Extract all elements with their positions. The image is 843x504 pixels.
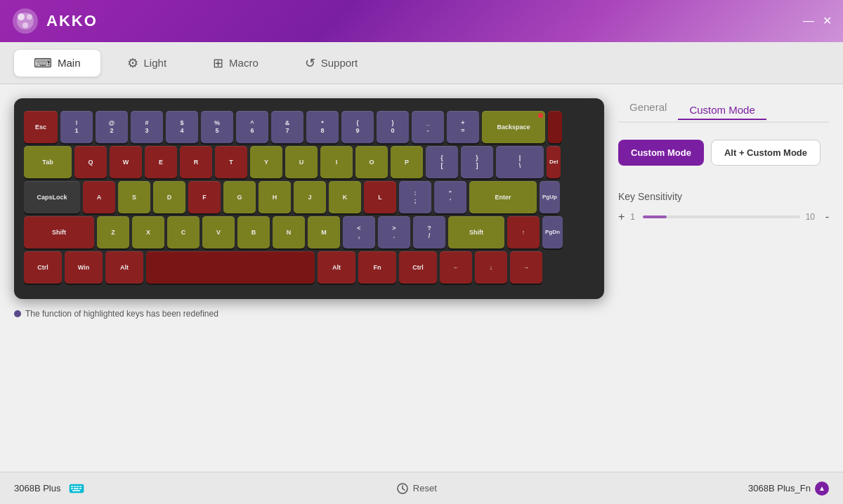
key-0[interactable]: )0 xyxy=(377,111,409,143)
tab-support[interactable]: ↺ Support xyxy=(285,50,378,77)
key-q[interactable]: Q xyxy=(74,146,107,178)
footer-center[interactable]: Reset xyxy=(396,482,437,495)
svg-rect-6 xyxy=(71,486,73,487)
key-lwin[interactable]: Win xyxy=(65,251,103,284)
key-p[interactable]: P xyxy=(391,146,423,178)
key-b[interactable]: B xyxy=(237,216,270,248)
key-slash[interactable]: ?/ xyxy=(413,216,445,248)
key-quote[interactable]: "' xyxy=(434,181,466,213)
key-backspace[interactable]: Backspace xyxy=(482,111,545,143)
key-lbracket[interactable]: {[ xyxy=(426,146,458,178)
key-fn[interactable]: Fn xyxy=(358,251,396,284)
minimize-button[interactable]: — xyxy=(803,15,814,27)
sensitivity-min-val: 1 xyxy=(630,212,637,222)
key-v[interactable]: V xyxy=(202,216,235,248)
key-right[interactable]: → xyxy=(510,251,542,284)
key-h[interactable]: H xyxy=(259,181,291,213)
sensitivity-minus[interactable]: - xyxy=(825,211,829,223)
key-n[interactable]: N xyxy=(273,216,305,248)
key-e[interactable]: E xyxy=(145,146,177,178)
keyboard-icon xyxy=(68,480,85,497)
key-t[interactable]: T xyxy=(215,146,247,178)
key-pgup[interactable]: PgUp xyxy=(540,181,560,213)
key-lctrl[interactable]: Ctrl xyxy=(24,251,62,284)
key-l[interactable]: L xyxy=(364,181,396,213)
key-rbracket[interactable]: }] xyxy=(461,146,493,178)
key-down[interactable]: ↓ xyxy=(475,251,507,284)
key-9[interactable]: (9 xyxy=(341,111,374,143)
tab-light-label: Light xyxy=(144,57,167,69)
macro-icon: ⊞ xyxy=(213,55,223,71)
custom-mode-tab[interactable]: Custom Mode xyxy=(678,101,766,120)
key-equals[interactable]: += xyxy=(447,111,479,143)
key-4[interactable]: $4 xyxy=(166,111,198,143)
key-s[interactable]: S xyxy=(118,181,150,213)
custom-mode-button[interactable]: Custom Mode xyxy=(618,140,704,166)
sensitivity-slider-track[interactable] xyxy=(643,215,799,218)
key-enter[interactable]: Enter xyxy=(469,181,537,213)
key-3[interactable]: #3 xyxy=(131,111,163,143)
footer-left: 3068B Plus xyxy=(14,480,85,497)
key-i[interactable]: I xyxy=(320,146,353,178)
key-comma[interactable]: <, xyxy=(343,216,375,248)
sensitivity-label: Key Sensitivity xyxy=(618,191,829,202)
right-panel: General Custom Mode Custom Mode Alt + Cu… xyxy=(618,98,829,458)
key-del2[interactable]: Del xyxy=(547,146,561,178)
custom-mode-buttons: Custom Mode Alt + Custom Mode xyxy=(618,140,829,166)
svg-point-2 xyxy=(18,13,25,20)
key-semicolon[interactable]: :; xyxy=(399,181,431,213)
window-controls: — ✕ xyxy=(803,15,832,27)
key-z[interactable]: Z xyxy=(97,216,129,248)
key-6[interactable]: ^6 xyxy=(236,111,268,143)
key-x[interactable]: X xyxy=(132,216,164,248)
key-minus[interactable]: _- xyxy=(412,111,444,143)
key-2[interactable]: @2 xyxy=(96,111,128,143)
key-8[interactable]: *8 xyxy=(306,111,339,143)
key-d[interactable]: D xyxy=(153,181,185,213)
key-esc[interactable]: Esc xyxy=(24,111,58,143)
fn-badge: ▲ xyxy=(815,482,829,496)
key-1[interactable]: !1 xyxy=(60,111,93,143)
device-name: 3068B Plus xyxy=(14,483,61,493)
key-up[interactable]: ↑ xyxy=(507,216,540,248)
key-rshift[interactable]: Shift xyxy=(448,216,504,248)
key-w[interactable]: W xyxy=(110,146,142,178)
key-g[interactable]: G xyxy=(223,181,256,213)
key-m[interactable]: M xyxy=(308,216,340,248)
tab-main-label: Main xyxy=(58,57,81,69)
key-row-3: CapsLock A S D F G H J K L :; "' Enter P… xyxy=(24,181,594,213)
key-a[interactable]: A xyxy=(83,181,115,213)
key-lalt[interactable]: Alt xyxy=(105,251,143,284)
key-del[interactable] xyxy=(548,111,562,143)
key-lshift[interactable]: Shift xyxy=(24,216,94,248)
key-5[interactable]: %5 xyxy=(201,111,233,143)
key-period[interactable]: >. xyxy=(378,216,410,248)
keyboard-container: Esc !1 @2 #3 $4 %5 ^6 &7 *8 (9 )0 _- += … xyxy=(14,98,604,299)
key-pgdn[interactable]: PgDn xyxy=(542,216,563,248)
general-tab[interactable]: General xyxy=(618,98,678,116)
key-row-4: Shift Z X C V B N M <, >. ?/ Shift ↑ PgD… xyxy=(24,216,594,248)
key-c[interactable]: C xyxy=(167,216,200,248)
key-ralt[interactable]: Alt xyxy=(318,251,355,284)
alt-custom-mode-button[interactable]: Alt + Custom Mode xyxy=(711,140,821,166)
key-j[interactable]: J xyxy=(294,181,326,213)
sensitivity-plus[interactable]: + xyxy=(618,211,625,223)
key-o[interactable]: O xyxy=(355,146,388,178)
key-backslash[interactable]: |\ xyxy=(496,146,544,178)
key-rctrl[interactable]: Ctrl xyxy=(399,251,437,284)
key-r[interactable]: R xyxy=(180,146,212,178)
key-left[interactable]: ← xyxy=(440,251,472,284)
tab-light[interactable]: ⚙ Light xyxy=(107,50,187,77)
tab-main[interactable]: ⌨ Main xyxy=(14,50,100,77)
key-7[interactable]: &7 xyxy=(271,111,303,143)
key-f[interactable]: F xyxy=(188,181,221,213)
key-tab[interactable]: Tab xyxy=(24,146,72,178)
key-k[interactable]: K xyxy=(329,181,361,213)
key-space[interactable] xyxy=(146,251,315,284)
tab-macro[interactable]: ⊞ Macro xyxy=(193,50,278,77)
key-capslock[interactable]: CapsLock xyxy=(24,181,80,213)
key-y[interactable]: Y xyxy=(250,146,282,178)
svg-rect-13 xyxy=(72,490,80,491)
close-button[interactable]: ✕ xyxy=(823,15,832,27)
key-u[interactable]: U xyxy=(285,146,318,178)
